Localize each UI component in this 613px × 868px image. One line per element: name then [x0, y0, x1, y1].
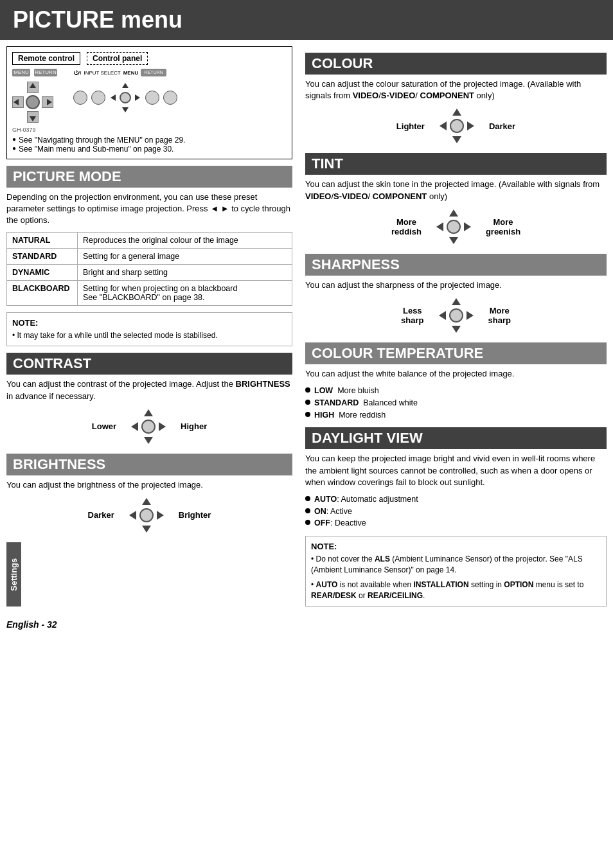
sharpness-label-left: Lesssharp [401, 306, 423, 325]
picture-mode-table: NATURAL Reproduces the original colour o… [6, 232, 292, 306]
table-row: NATURAL Reproduces the original colour o… [7, 232, 292, 248]
note-text: • It may take for a while until the sele… [12, 330, 287, 341]
colour-label-left: Lighter [396, 121, 425, 131]
picture-mode-note: NOTE: • It may take for a while until th… [6, 312, 292, 347]
contrast-label-left: Lower [92, 421, 116, 431]
dv-off-value: Deactive [335, 518, 366, 527]
daylight-view-note: NOTE: • Do not cover the ALS (Ambient Lu… [305, 536, 607, 607]
tint-label-left: Morereddish [391, 217, 422, 236]
tint-label-right: Moregreenish [486, 217, 520, 236]
dv-on-key: ON [314, 507, 326, 516]
colour-temperature-list: LOW More bluish STANDARD Balanced white … [305, 385, 607, 421]
colour-control: Lighter Darker [305, 107, 607, 145]
dv-auto-value: Automatic adjustment [341, 495, 418, 504]
sharpness-description: You can adjust the sharpness of the proj… [305, 279, 607, 291]
dv-note-item-1: • Do not cover the ALS (Ambient Luminanc… [311, 554, 601, 576]
brightness-control: Darker Brighter [6, 496, 292, 535]
ct-high-value: More reddish [339, 411, 386, 420]
brightness-label-right: Brighter [179, 510, 211, 520]
table-row: BLACKBOARD Setting for when projecting o… [7, 280, 292, 305]
table-cell-value: Reproduces the original colour of the im… [78, 232, 292, 248]
tint-dpad [434, 208, 473, 246]
table-cell-key: DYNAMIC [7, 264, 78, 280]
colour-temperature-description: You can adjust the white balance of the … [305, 368, 607, 380]
remote-control-box: Remote control Control panel MENU RETURN [6, 46, 292, 159]
control-panel-label: Control panel [87, 52, 148, 65]
sharpness-header: SHARPNESS [305, 254, 607, 276]
colour-description: You can adjust the colour saturation of … [305, 78, 607, 102]
daylight-view-list: AUTO: Automatic adjustment ON: Active OF… [305, 493, 607, 529]
daylight-view-header: DAYLIGHT VIEW [305, 427, 607, 449]
contrast-control: Lower Higher [6, 407, 292, 446]
ct-standard-key: STANDARD [314, 398, 359, 407]
table-cell-value: Setting for a general image [78, 248, 292, 264]
tint-description: You can adjust the skin tone in the proj… [305, 179, 607, 202]
remote-id: GH-0379 [12, 127, 57, 133]
table-cell-value: Setting for when projecting on a blackbo… [78, 280, 292, 305]
brightness-header: BRIGHTNESS [6, 454, 292, 475]
table-cell-key: BLACKBOARD [7, 280, 78, 305]
tint-control: Morereddish Moregreenish [305, 208, 607, 246]
remote-note1: See "Navigating through the MENU" on pag… [19, 136, 185, 145]
dv-note-item-2: • AUTO is not available when INSTALLATIO… [311, 580, 601, 601]
settings-sidebar-label: Settings [6, 542, 21, 607]
contrast-label-right: Higher [181, 421, 207, 431]
colour-temperature-header: COLOUR TEMPERATURE [305, 342, 607, 364]
remote-note2: See "Main menu and Sub-menu" on page 30. [19, 145, 173, 154]
brightness-description: You can adjust the brightness of the pro… [6, 479, 292, 491]
dv-note-title: NOTE: [311, 542, 601, 551]
colour-header: COLOUR [305, 53, 607, 75]
page-title: PICTURE menu [0, 0, 613, 40]
table-row: STANDARD Setting for a general image [7, 248, 292, 264]
table-cell-value: Bright and sharp setting [78, 264, 292, 280]
ct-low-key: LOW [314, 386, 333, 395]
dv-on-value: Active [330, 507, 352, 516]
ct-low-value: More bluish [337, 386, 379, 395]
sharpness-control: Lesssharp Moresharp [305, 296, 607, 335]
colour-dpad [438, 107, 476, 145]
daylight-view-description: You can keep the projected image bright … [305, 453, 607, 488]
brightness-dpad [127, 496, 166, 535]
table-cell-key: STANDARD [7, 248, 78, 264]
contrast-header: CONTRAST [6, 353, 292, 375]
remote-panel-image: MENU RETURN [12, 69, 287, 133]
contrast-dpad [129, 407, 168, 446]
contrast-description: You can adjust the contrast of the proje… [6, 378, 292, 402]
dv-auto-key: AUTO [314, 495, 337, 504]
note-title: NOTE: [12, 318, 287, 328]
dv-off-key: OFF [314, 518, 330, 527]
page-footer: English - 32 [0, 613, 613, 633]
colour-label-right: Darker [489, 121, 515, 131]
sharpness-label-right: Moresharp [488, 306, 511, 325]
picture-mode-header: PICTURE MODE [6, 166, 292, 188]
ct-standard-value: Balanced white [363, 398, 418, 407]
picture-mode-description: Depending on the projection environment,… [6, 191, 292, 227]
table-cell-key: NATURAL [7, 232, 78, 248]
ct-high-key: HIGH [314, 411, 334, 420]
table-row: DYNAMIC Bright and sharp setting [7, 264, 292, 280]
remote-control-label: Remote control [12, 52, 80, 65]
sharpness-dpad [437, 296, 475, 335]
brightness-label-left: Darker [88, 510, 114, 520]
tint-header: TINT [305, 153, 607, 175]
